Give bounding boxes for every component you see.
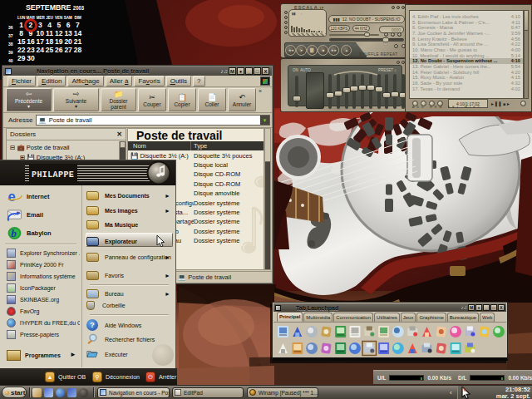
svg-text:PHILAPPE: PHILAPPE [32,170,74,180]
svg-text:b: b [11,227,17,239]
svg-text:e: e [8,189,16,204]
